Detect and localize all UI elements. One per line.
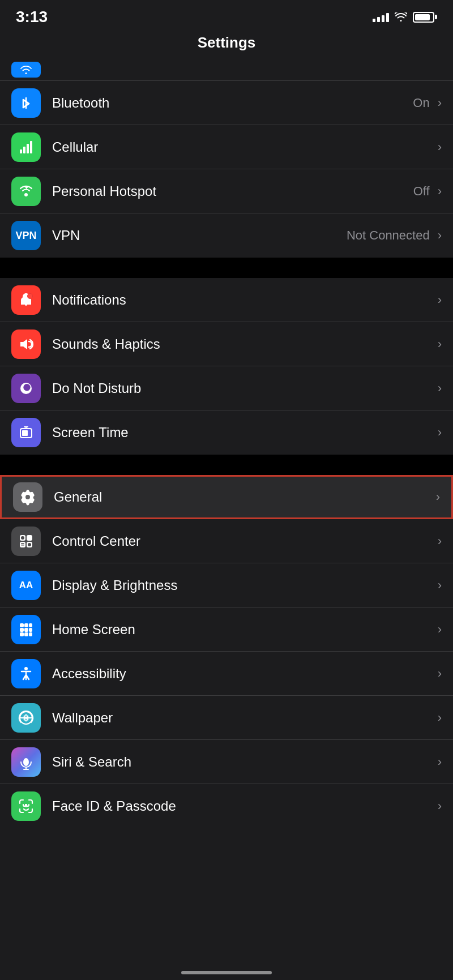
chevron-icon: › bbox=[436, 490, 440, 504]
bluetooth-icon bbox=[11, 88, 41, 118]
general-label: General bbox=[54, 489, 434, 505]
svg-rect-22 bbox=[24, 623, 28, 627]
svg-point-6 bbox=[28, 294, 32, 298]
battery-icon bbox=[413, 12, 437, 23]
chevron-icon: › bbox=[438, 96, 442, 110]
svg-point-34 bbox=[23, 758, 29, 766]
screen-time-icon bbox=[11, 418, 41, 447]
settings-item-vpn[interactable]: VPN VPN Not Connected › bbox=[0, 213, 453, 258]
settings-item-general[interactable]: General › bbox=[0, 475, 453, 519]
chevron-icon: › bbox=[438, 666, 442, 681]
svg-rect-26 bbox=[29, 628, 32, 632]
control-center-icon bbox=[11, 527, 41, 556]
cellular-icon bbox=[11, 132, 41, 162]
settings-item-dnd[interactable]: Do Not Disturb › bbox=[0, 366, 453, 410]
bluetooth-label: Bluetooth bbox=[52, 95, 413, 111]
notifications-label: Notifications bbox=[52, 292, 435, 308]
svg-point-30 bbox=[24, 667, 28, 670]
display-label: Display & Brightness bbox=[52, 577, 435, 593]
svg-point-17 bbox=[28, 537, 31, 539]
vpn-icon: VPN bbox=[11, 221, 41, 250]
svg-rect-29 bbox=[29, 632, 32, 636]
bluetooth-value: On bbox=[413, 96, 429, 110]
home-indicator bbox=[181, 971, 272, 974]
chevron-icon: › bbox=[438, 381, 442, 396]
sounds-label: Sounds & Haptics bbox=[52, 336, 435, 352]
accessibility-icon bbox=[11, 659, 41, 688]
chevron-icon: › bbox=[438, 534, 442, 549]
chevron-icon: › bbox=[438, 799, 442, 814]
settings-item-sounds[interactable]: Sounds & Haptics › bbox=[0, 322, 453, 366]
signal-bars-icon bbox=[373, 12, 389, 22]
chevron-icon: › bbox=[438, 337, 442, 352]
home-screen-label: Home Screen bbox=[52, 622, 435, 637]
control-center-label: Control Center bbox=[52, 533, 435, 549]
vpn-value: Not Connected bbox=[347, 228, 430, 243]
settings-item-wallpaper[interactable]: Wallpaper › bbox=[0, 696, 453, 740]
svg-rect-4 bbox=[30, 141, 32, 153]
chevron-icon: › bbox=[438, 578, 442, 593]
svg-rect-28 bbox=[24, 632, 28, 636]
screen-time-label: Screen Time bbox=[52, 425, 435, 440]
wallpaper-label: Wallpaper bbox=[52, 710, 435, 726]
face-id-label: Face ID & Passcode bbox=[52, 798, 435, 814]
svg-rect-23 bbox=[29, 623, 32, 627]
svg-rect-21 bbox=[20, 623, 24, 627]
chevron-icon: › bbox=[438, 140, 442, 155]
settings-item-cellular[interactable]: Cellular › bbox=[0, 125, 453, 169]
chevron-icon: › bbox=[438, 425, 442, 440]
svg-marker-7 bbox=[20, 339, 27, 349]
svg-rect-18 bbox=[21, 543, 24, 544]
settings-header: Settings bbox=[0, 31, 453, 58]
settings-item-screen-time[interactable]: Screen Time › bbox=[0, 410, 453, 455]
accessibility-label: Accessibility bbox=[52, 666, 435, 682]
svg-point-16 bbox=[21, 536, 24, 540]
svg-rect-25 bbox=[24, 628, 28, 632]
face-id-icon bbox=[11, 791, 41, 821]
svg-rect-19 bbox=[21, 545, 24, 546]
chevron-icon: › bbox=[438, 622, 442, 637]
settings-item-home-screen[interactable]: Home Screen › bbox=[0, 607, 453, 652]
cellular-label: Cellular bbox=[52, 139, 435, 155]
svg-rect-27 bbox=[20, 632, 24, 636]
svg-rect-24 bbox=[20, 628, 24, 632]
chevron-icon: › bbox=[438, 711, 442, 725]
partial-wifi-item[interactable] bbox=[0, 58, 453, 81]
status-time: 3:13 bbox=[16, 8, 48, 26]
settings-item-accessibility[interactable]: Accessibility › bbox=[0, 652, 453, 696]
connectivity-group: Bluetooth On › Cellular › Personal Hotsp bbox=[0, 81, 453, 258]
dnd-icon bbox=[11, 374, 41, 403]
section-divider-2 bbox=[0, 455, 453, 475]
svg-rect-9 bbox=[22, 430, 28, 436]
dnd-label: Do Not Disturb bbox=[52, 380, 435, 396]
hotspot-label: Personal Hotspot bbox=[52, 183, 413, 199]
section-divider-1 bbox=[0, 258, 453, 278]
home-screen-icon bbox=[11, 615, 41, 644]
svg-point-20 bbox=[28, 543, 31, 546]
status-icons bbox=[373, 12, 437, 23]
siri-icon bbox=[11, 747, 41, 777]
chevron-icon: › bbox=[438, 228, 442, 243]
svg-rect-3 bbox=[27, 144, 29, 153]
display-icon: AA bbox=[11, 571, 41, 600]
settings-item-control-center[interactable]: Control Center › bbox=[0, 519, 453, 563]
settings-item-bluetooth[interactable]: Bluetooth On › bbox=[0, 81, 453, 125]
svg-rect-2 bbox=[23, 147, 25, 153]
settings-item-display[interactable]: AA Display & Brightness › bbox=[0, 563, 453, 607]
notifications-group: Notifications › Sounds & Haptics › Do No… bbox=[0, 278, 453, 455]
wallpaper-icon bbox=[11, 703, 41, 733]
chevron-icon: › bbox=[438, 755, 442, 769]
general-icon bbox=[13, 482, 42, 512]
chevron-icon: › bbox=[438, 293, 442, 307]
settings-item-siri[interactable]: Siri & Search › bbox=[0, 740, 453, 784]
notifications-icon bbox=[11, 285, 41, 315]
settings-item-face-id[interactable]: Face ID & Passcode › bbox=[0, 784, 453, 828]
settings-item-notifications[interactable]: Notifications › bbox=[0, 278, 453, 322]
hotspot-value: Off bbox=[413, 184, 430, 199]
settings-item-hotspot[interactable]: Personal Hotspot Off › bbox=[0, 169, 453, 213]
hotspot-icon bbox=[11, 177, 41, 206]
wifi-icon bbox=[395, 12, 407, 22]
siri-label: Siri & Search bbox=[52, 754, 435, 770]
svg-rect-1 bbox=[20, 149, 22, 153]
svg-point-32 bbox=[25, 717, 27, 719]
